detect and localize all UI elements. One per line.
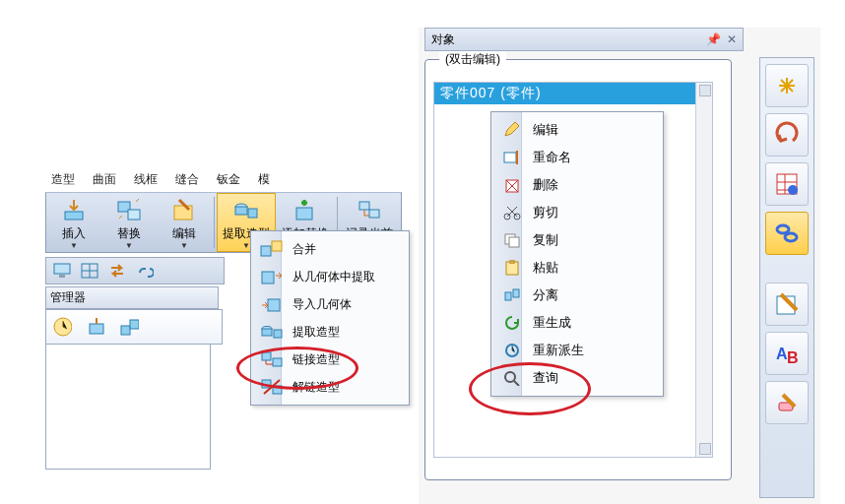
svg-rect-11 <box>59 275 65 278</box>
svg-point-43 <box>785 233 797 241</box>
merge-icon <box>259 239 285 259</box>
tab-surface[interactable]: 曲面 <box>93 171 116 188</box>
side-table-link[interactable] <box>765 162 809 206</box>
part-icon[interactable] <box>86 317 105 337</box>
menu-link-shape[interactable]: 链接造型 <box>251 346 409 373</box>
side-highlight[interactable] <box>765 64 809 107</box>
manager-panel <box>45 345 211 470</box>
svg-rect-25 <box>273 358 282 366</box>
import-geom-icon <box>259 294 285 314</box>
ribbon-insert[interactable]: 插入 ▼ <box>46 193 101 252</box>
context-menu: 编辑 重命名 删除 剪切 复制 粘贴 <box>490 111 664 397</box>
svg-rect-23 <box>274 330 282 338</box>
ribbon-tabs: 造型 曲面 线框 缝合 钣金 模 <box>45 169 402 192</box>
svg-rect-9 <box>369 210 379 218</box>
svg-rect-7 <box>296 208 312 220</box>
right-panel: 对象 📌 ✕ (双击编辑) 零件007 (零件) 编辑 重命名 <box>419 28 820 504</box>
link-shape-icon <box>259 349 285 369</box>
svg-rect-5 <box>235 207 247 215</box>
objects-title: 对象 <box>431 32 455 48</box>
extract-geom-icon <box>259 267 285 286</box>
extract-shape-menu: 合并 从几何体中提取 导入几何体 提取造型 链接造型 解链造型 <box>250 230 410 406</box>
scrollbar[interactable] <box>695 83 712 457</box>
chevron-down-icon: ▼ <box>242 243 250 249</box>
svg-rect-24 <box>262 352 271 360</box>
boxes-icon[interactable] <box>119 317 139 337</box>
grid-icon[interactable] <box>80 261 99 281</box>
regen-icon <box>501 314 523 332</box>
svg-rect-33 <box>509 237 519 247</box>
svg-rect-8 <box>359 202 369 210</box>
svg-rect-27 <box>273 386 282 394</box>
side-link[interactable] <box>765 212 809 255</box>
menu-extract-from-geom[interactable]: 从几何体中提取 <box>251 263 409 290</box>
side-edit-note[interactable] <box>765 283 809 326</box>
manager-toolbar <box>45 309 223 345</box>
delete-icon <box>501 176 523 194</box>
tab-sheetmetal[interactable]: 钣金 <box>217 171 240 188</box>
edit-icon <box>170 197 198 224</box>
svg-rect-10 <box>54 264 70 274</box>
extract-shape-icon <box>232 197 260 224</box>
ribbon-edit[interactable]: 编辑 ▼ <box>157 193 212 252</box>
menu-unlink-shape[interactable]: 解链造型 <box>251 373 409 401</box>
svg-rect-37 <box>513 289 519 297</box>
menu-extract-shape[interactable]: 提取造型 <box>251 318 409 346</box>
svg-rect-0 <box>65 212 83 220</box>
svg-rect-14 <box>90 324 103 334</box>
query-icon <box>501 369 523 387</box>
manager-title: 管理器 <box>45 286 219 309</box>
svg-rect-35 <box>509 260 515 264</box>
tab-mold[interactable]: 模 <box>258 171 270 188</box>
svg-rect-18 <box>272 241 282 251</box>
clock-icon[interactable] <box>52 317 72 337</box>
detach-icon <box>501 286 523 304</box>
svg-rect-26 <box>262 380 271 388</box>
side-rotate[interactable] <box>765 113 809 157</box>
svg-rect-2 <box>128 210 140 220</box>
svg-rect-36 <box>505 292 511 300</box>
side-toolbar: AB <box>759 57 814 498</box>
insert-icon <box>60 197 88 224</box>
tree-selected-row[interactable]: 零件007 (零件) <box>434 83 712 104</box>
left-panel: 造型 曲面 线框 缝合 钣金 模 插入 ▼ 替换 ▼ 编辑 ▼ <box>45 169 402 470</box>
link-small-icon[interactable] <box>135 261 155 281</box>
monitor-icon[interactable] <box>52 261 72 281</box>
svg-point-41 <box>788 185 798 195</box>
tab-model[interactable]: 造型 <box>51 171 75 188</box>
svg-rect-22 <box>262 329 272 336</box>
objects-titlebar: 对象 📌 ✕ <box>424 28 744 51</box>
replace-icon <box>115 197 143 224</box>
record-icon <box>356 197 383 224</box>
side-eraser[interactable] <box>765 381 809 424</box>
svg-text:B: B <box>787 349 799 366</box>
rederive-icon <box>501 342 523 359</box>
svg-point-42 <box>777 225 789 233</box>
svg-rect-15 <box>121 326 130 335</box>
extract-shape-small-icon <box>259 322 285 342</box>
objects-fieldset: (双击编辑) 零件007 (零件) 编辑 重命名 删除 <box>424 59 732 480</box>
tab-wireframe[interactable]: 线框 <box>134 171 158 188</box>
cut-icon <box>501 204 523 221</box>
tab-stitch[interactable]: 缝合 <box>175 171 199 188</box>
svg-rect-28 <box>504 153 516 162</box>
menu-import-geom[interactable]: 导入几何体 <box>251 290 409 318</box>
chevron-down-icon: ▼ <box>125 243 133 249</box>
chevron-down-icon: ▼ <box>70 243 78 249</box>
svg-point-39 <box>505 372 515 382</box>
toolbar-misc <box>45 257 225 284</box>
copy-icon <box>501 231 523 249</box>
svg-rect-17 <box>261 246 271 256</box>
side-ab[interactable]: AB <box>765 332 809 375</box>
pin-icon[interactable]: 📌 <box>706 32 721 46</box>
svg-rect-16 <box>130 320 139 329</box>
ribbon-replace[interactable]: 替换 ▼ <box>101 193 157 252</box>
menu-merge[interactable]: 合并 <box>251 235 409 263</box>
swap-icon[interactable] <box>107 261 127 281</box>
ribbon-separator <box>214 197 215 248</box>
svg-rect-3 <box>174 206 192 220</box>
svg-rect-6 <box>248 209 257 218</box>
rename-icon <box>501 149 523 166</box>
add-replace-icon <box>292 197 319 224</box>
close-icon[interactable]: ✕ <box>727 32 737 46</box>
